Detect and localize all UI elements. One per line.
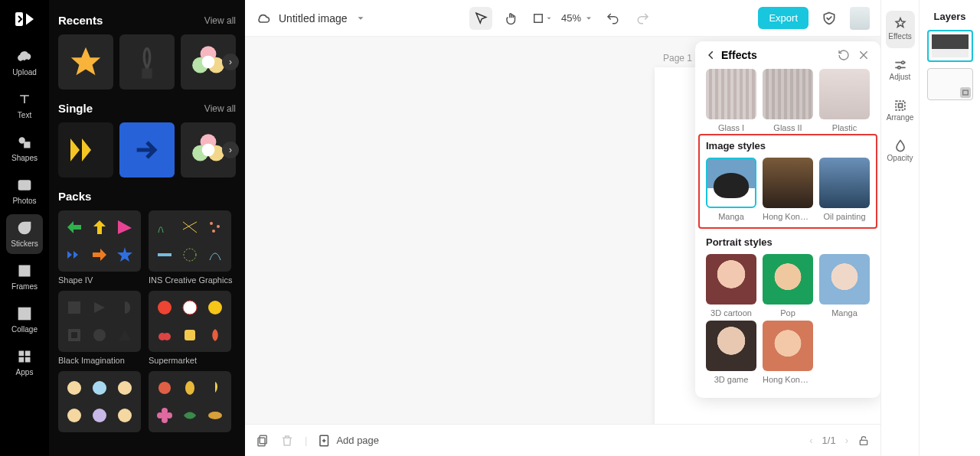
fx-ps-hongkong[interactable]: Hong Kong ... bbox=[763, 321, 813, 384]
rt-opacity[interactable]: Opacity bbox=[886, 132, 915, 170]
bottom-bar: | Add page ‹ 1/1 › bbox=[245, 424, 880, 456]
duplicate-page-icon[interactable] bbox=[256, 434, 270, 448]
layer-thumb-image[interactable] bbox=[927, 30, 973, 62]
nav-upload[interactable]: Upload bbox=[6, 43, 43, 83]
recent-sticker-star[interactable] bbox=[58, 34, 113, 90]
fx-glass-1[interactable]: Glass I bbox=[706, 69, 756, 132]
view-all-link[interactable]: View all bbox=[204, 15, 236, 26]
stickers-panel: Recents View all › Single View all › Pac… bbox=[49, 0, 245, 456]
svg-point-47 bbox=[93, 409, 106, 422]
right-toolbar: Effects Adjust Arrange Opacity bbox=[880, 0, 919, 456]
view-all-link[interactable]: View all bbox=[204, 103, 236, 114]
layers-title: Layers bbox=[934, 11, 966, 22]
crop-tool[interactable] bbox=[531, 7, 554, 30]
rt-effects[interactable]: Effects bbox=[886, 11, 915, 48]
cloud-icon bbox=[256, 11, 271, 26]
redo-button[interactable] bbox=[632, 7, 655, 30]
page-indicator: 1/1 bbox=[822, 435, 836, 446]
page-label: Page 1 bbox=[663, 53, 692, 64]
nav-collage[interactable]: Collage bbox=[6, 300, 43, 340]
svg-point-46 bbox=[67, 409, 81, 422]
svg-point-43 bbox=[67, 381, 81, 395]
svg-marker-16 bbox=[71, 47, 100, 75]
fx-plastic[interactable]: Plastic bbox=[819, 69, 870, 132]
app-logo[interactable] bbox=[9, 8, 40, 31]
reset-icon[interactable] bbox=[838, 49, 850, 61]
carousel-next-icon[interactable]: › bbox=[222, 54, 239, 70]
user-avatar[interactable] bbox=[850, 7, 870, 30]
nav-text[interactable]: Text bbox=[6, 86, 43, 125]
doc-title[interactable]: Untitled image bbox=[279, 12, 348, 24]
pack-ins-creative[interactable] bbox=[149, 210, 231, 272]
svg-point-38 bbox=[183, 301, 197, 314]
rt-arrange[interactable]: Arrange bbox=[886, 92, 915, 129]
canvas[interactable]: Page 1 Effects bbox=[245, 37, 880, 456]
lock-icon[interactable] bbox=[858, 435, 870, 447]
nav-stickers[interactable]: Stickers bbox=[6, 214, 43, 254]
hand-tool[interactable] bbox=[500, 7, 523, 30]
pack-shape-iv[interactable] bbox=[58, 210, 141, 272]
svg-point-41 bbox=[163, 333, 171, 340]
svg-rect-42 bbox=[185, 330, 195, 340]
nav-label: Shapes bbox=[11, 154, 38, 162]
fx-hongkong[interactable]: Hong Kong ... bbox=[763, 158, 813, 221]
fx-oilpaint[interactable]: Oil painting bbox=[819, 158, 870, 221]
fx-3dgame[interactable]: 3D game bbox=[706, 321, 756, 384]
rt-adjust[interactable]: Adjust bbox=[886, 51, 915, 89]
svg-point-29 bbox=[212, 230, 215, 233]
zoom-level[interactable]: 45% bbox=[561, 12, 593, 24]
fx-3dcartoon[interactable]: 3D cartoon bbox=[706, 254, 756, 318]
undo-button[interactable] bbox=[601, 7, 624, 30]
effects-title: Effects bbox=[721, 49, 757, 61]
svg-rect-65 bbox=[260, 435, 266, 444]
pack-supermarket[interactable] bbox=[149, 291, 231, 352]
main-area: Untitled image 45% Export Page 1 bbox=[245, 0, 880, 456]
svg-point-6 bbox=[21, 183, 24, 185]
svg-point-35 bbox=[93, 329, 106, 341]
shield-icon[interactable] bbox=[818, 7, 841, 30]
single-sticker-arrow[interactable] bbox=[119, 122, 175, 178]
svg-point-52 bbox=[157, 412, 163, 419]
fx-glass-2[interactable]: Glass II bbox=[763, 69, 813, 132]
svg-point-30 bbox=[184, 249, 196, 261]
pack-nature[interactable] bbox=[149, 371, 231, 432]
fx-manga[interactable]: Manga bbox=[706, 158, 756, 221]
nav-apps[interactable]: Apps bbox=[6, 343, 43, 383]
nav-label: Collage bbox=[11, 325, 38, 334]
add-page-button[interactable]: Add page bbox=[318, 434, 379, 448]
delete-page-icon[interactable] bbox=[280, 434, 294, 448]
effects-panel: Effects Glass I Glass II Plastic Image s… bbox=[695, 41, 880, 398]
select-tool[interactable] bbox=[469, 7, 492, 30]
prev-page-icon[interactable]: ‹ bbox=[809, 435, 812, 446]
svg-point-37 bbox=[158, 301, 172, 314]
back-icon[interactable] bbox=[706, 50, 717, 60]
next-page-icon[interactable]: › bbox=[845, 435, 848, 446]
nav-frames[interactable]: Frames bbox=[6, 257, 43, 297]
section-title: Image styles bbox=[706, 140, 870, 151]
nav-shapes[interactable]: Shapes bbox=[6, 129, 43, 168]
nav-label: Upload bbox=[12, 68, 37, 77]
chevron-down-icon[interactable] bbox=[355, 13, 366, 24]
section-title: Recents bbox=[58, 14, 103, 27]
close-icon[interactable] bbox=[858, 49, 870, 61]
nav-label: Photos bbox=[12, 197, 36, 205]
svg-marker-36 bbox=[119, 329, 131, 340]
nav-label: Frames bbox=[11, 282, 38, 291]
export-button[interactable]: Export bbox=[758, 7, 808, 29]
svg-rect-12 bbox=[19, 351, 23, 355]
pack-black-imagination[interactable] bbox=[58, 291, 141, 352]
fx-pop[interactable]: Pop bbox=[763, 254, 813, 318]
svg-rect-68 bbox=[860, 440, 867, 445]
svg-point-56 bbox=[208, 412, 222, 419]
recent-sticker-plant[interactable] bbox=[119, 34, 175, 90]
fx-ps-manga[interactable]: Manga bbox=[819, 254, 870, 318]
section-title: Portrait styles bbox=[706, 236, 870, 248]
layer-thumb-bg[interactable] bbox=[927, 68, 973, 100]
section-title: Single bbox=[58, 102, 93, 115]
nav-photos[interactable]: Photos bbox=[6, 171, 43, 211]
section-title: Packs bbox=[58, 190, 91, 203]
carousel-next-icon[interactable]: › bbox=[222, 142, 239, 158]
svg-marker-32 bbox=[94, 302, 105, 313]
single-sticker-chevrons[interactable] bbox=[58, 122, 113, 178]
pack-avatars[interactable] bbox=[58, 371, 141, 432]
